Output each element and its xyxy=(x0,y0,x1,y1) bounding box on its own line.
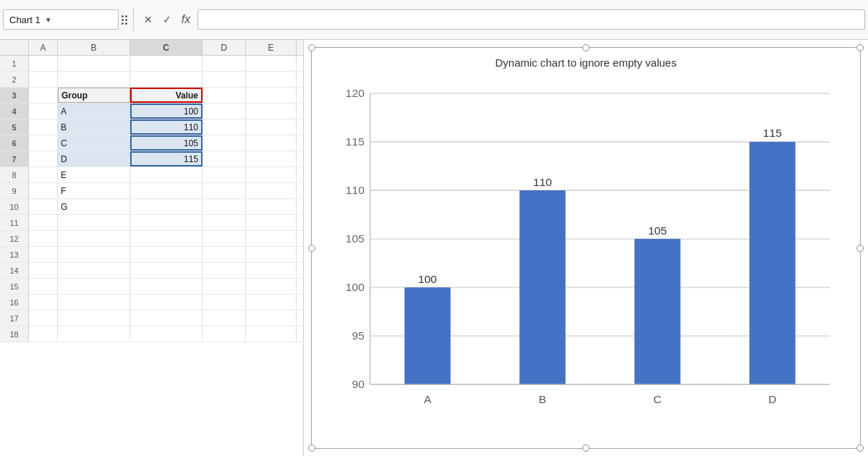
cell[interactable] xyxy=(58,326,130,342)
cell[interactable] xyxy=(29,119,58,135)
cell[interactable] xyxy=(130,215,203,230)
cell[interactable] xyxy=(203,183,246,198)
cell[interactable] xyxy=(58,263,130,278)
cell[interactable] xyxy=(246,215,297,230)
cell[interactable] xyxy=(58,311,130,326)
cell[interactable] xyxy=(29,167,58,182)
cell[interactable] xyxy=(29,215,58,230)
cell[interactable] xyxy=(203,295,246,310)
cell[interactable] xyxy=(130,279,203,294)
cell[interactable]: 100 xyxy=(130,104,203,119)
cell[interactable] xyxy=(203,231,246,246)
cell[interactable] xyxy=(130,295,203,310)
cell[interactable] xyxy=(29,183,58,198)
cell[interactable] xyxy=(246,119,297,135)
cell[interactable] xyxy=(29,279,58,294)
cell[interactable]: F xyxy=(58,183,130,198)
cell[interactable]: Value xyxy=(130,88,203,103)
cell[interactable] xyxy=(29,295,58,310)
cell[interactable] xyxy=(130,72,203,87)
cell[interactable] xyxy=(246,183,297,198)
cell[interactable] xyxy=(203,279,246,294)
cell[interactable] xyxy=(29,199,58,214)
cell[interactable] xyxy=(130,167,203,182)
cell[interactable] xyxy=(29,135,58,151)
cell[interactable] xyxy=(203,151,246,166)
cell[interactable] xyxy=(246,326,297,342)
cell[interactable]: G xyxy=(58,199,130,214)
cell[interactable] xyxy=(29,72,58,87)
cell[interactable] xyxy=(29,326,58,342)
cell[interactable] xyxy=(246,247,297,262)
cell[interactable]: B xyxy=(58,119,130,135)
cell[interactable] xyxy=(29,247,58,262)
cell[interactable] xyxy=(130,263,203,278)
cell[interactable] xyxy=(203,215,246,230)
handle-bottom-middle[interactable] xyxy=(582,444,590,452)
cell[interactable] xyxy=(58,231,130,246)
cell[interactable] xyxy=(203,167,246,182)
cell[interactable] xyxy=(246,263,297,278)
handle-bottom-right[interactable] xyxy=(856,444,864,452)
cell[interactable]: 115 xyxy=(130,151,203,166)
cell[interactable]: C xyxy=(58,135,130,151)
cell[interactable]: A xyxy=(58,104,130,119)
cell[interactable] xyxy=(246,231,297,246)
cell[interactable] xyxy=(130,231,203,246)
formula-input[interactable] xyxy=(197,9,865,30)
cell[interactable] xyxy=(29,104,58,119)
cell[interactable] xyxy=(203,119,246,135)
cell[interactable] xyxy=(203,263,246,278)
cell[interactable] xyxy=(246,56,297,71)
cell[interactable] xyxy=(58,295,130,310)
cell[interactable] xyxy=(58,72,130,87)
confirm-icon[interactable]: ✓ xyxy=(158,11,176,28)
cell[interactable]: Group xyxy=(58,88,130,103)
cell[interactable] xyxy=(203,135,246,151)
name-box[interactable]: Chart 1 ▼ xyxy=(3,9,119,30)
cell[interactable] xyxy=(58,215,130,230)
cell[interactable] xyxy=(130,183,203,198)
handle-top-left[interactable] xyxy=(308,44,315,51)
cancel-icon[interactable]: ✕ xyxy=(140,11,157,28)
cell[interactable] xyxy=(130,311,203,326)
cell[interactable] xyxy=(29,88,58,103)
cell[interactable] xyxy=(29,311,58,326)
cell[interactable] xyxy=(246,72,297,87)
cell[interactable] xyxy=(58,279,130,294)
cell[interactable]: D xyxy=(58,151,130,166)
cell[interactable] xyxy=(246,88,297,103)
cell[interactable] xyxy=(246,295,297,310)
cell[interactable] xyxy=(246,279,297,294)
cell[interactable] xyxy=(29,263,58,278)
handle-bottom-left[interactable] xyxy=(308,444,315,452)
handle-middle-right[interactable] xyxy=(856,245,864,252)
cell[interactable]: 105 xyxy=(130,135,203,151)
cell[interactable] xyxy=(203,56,246,71)
cell[interactable] xyxy=(246,151,297,166)
handle-top-right[interactable] xyxy=(856,44,864,51)
cell[interactable] xyxy=(29,231,58,246)
cell[interactable] xyxy=(130,247,203,262)
cell[interactable] xyxy=(130,56,203,71)
cell[interactable] xyxy=(130,199,203,214)
handle-middle-left[interactable] xyxy=(308,245,315,252)
cell[interactable] xyxy=(246,311,297,326)
cell[interactable] xyxy=(203,72,246,87)
cell[interactable] xyxy=(130,326,203,342)
cell[interactable]: 110 xyxy=(130,119,203,135)
cell[interactable] xyxy=(29,56,58,71)
cell[interactable] xyxy=(246,104,297,119)
chart-wrapper[interactable]: + Dynamic chart to ignore empty values 9… xyxy=(311,47,861,449)
cell[interactable] xyxy=(203,311,246,326)
cell[interactable] xyxy=(246,199,297,214)
cell[interactable] xyxy=(58,56,130,71)
cell[interactable] xyxy=(58,247,130,262)
cell[interactable]: E xyxy=(58,167,130,182)
cell[interactable] xyxy=(203,88,246,103)
handle-top-middle[interactable] xyxy=(582,44,590,51)
cell[interactable] xyxy=(203,199,246,214)
function-icon[interactable]: fx xyxy=(177,11,195,28)
cell[interactable] xyxy=(29,151,58,166)
cell[interactable] xyxy=(203,247,246,262)
